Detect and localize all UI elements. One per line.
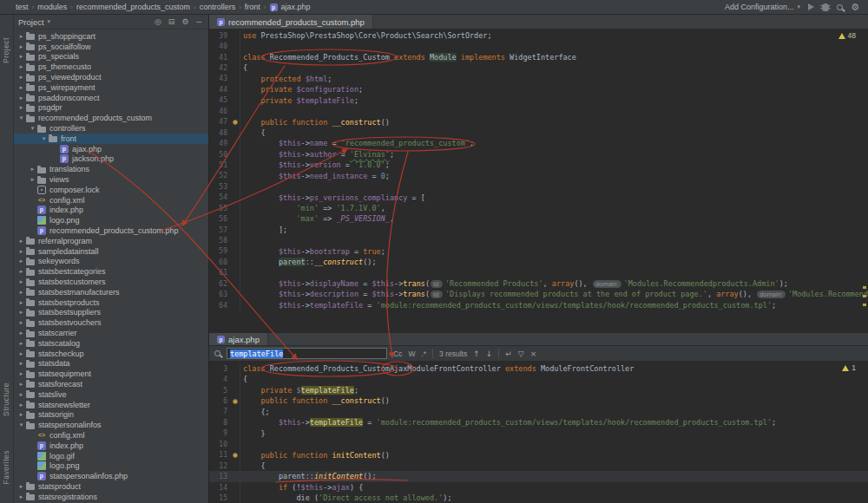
tree-item-statspersonalinfos.php[interactable]: statspersonalinfos.php	[14, 471, 208, 481]
chevron-collapsed-icon[interactable]: ▸	[17, 258, 25, 265]
tree-item-config.xml[interactable]: config.xml	[14, 195, 208, 206]
tree-item-config.xml[interactable]: config.xml	[14, 430, 208, 441]
breadcrumb-item-ajax.php[interactable]: ajax.php	[281, 3, 311, 11]
chevron-collapsed-icon[interactable]: ▸	[17, 402, 25, 408]
locate-file-icon[interactable]: ◎	[153, 17, 163, 26]
tree-item-statspersonalinfos[interactable]: ▾statspersonalinfos	[14, 420, 208, 430]
tree-item-index.php[interactable]: index.php	[14, 441, 208, 451]
tree-item-ajax.php[interactable]: ajax.php	[14, 144, 208, 154]
tab-ajax-php[interactable]: ajax.php	[209, 333, 268, 345]
chevron-collapsed-icon[interactable]: ▸	[17, 309, 25, 316]
next-occurrence-icon[interactable]: ↓	[486, 349, 493, 358]
code-line-40[interactable]: 40	[209, 41, 868, 51]
chevron-collapsed-icon[interactable]: ▸	[17, 238, 25, 245]
tree-item-front[interactable]: ▾front	[14, 134, 208, 144]
tree-item-controllers[interactable]: ▾controllers	[14, 123, 208, 134]
tree-item-statsnewsletter[interactable]: ▸statsnewsletter	[14, 400, 208, 410]
chevron-collapsed-icon[interactable]: ▸	[17, 370, 25, 377]
tree-item-statscarrier[interactable]: ▸statscarrier	[14, 328, 208, 338]
chevron-collapsed-icon[interactable]: ▸	[17, 360, 25, 367]
code-line-6[interactable]: 6 public function __construct()	[209, 395, 868, 406]
code-line-42[interactable]: 42{	[209, 62, 868, 73]
code-line-56[interactable]: 56 'max' => _PS_VERSION_,	[209, 213, 868, 224]
chevron-collapsed-icon[interactable]: ▸	[17, 483, 25, 490]
code-line-9[interactable]: 9 }	[209, 428, 868, 439]
tool-stripe-project[interactable]: Project	[2, 37, 10, 63]
tree-item-statslive[interactable]: ▸statslive	[14, 389, 208, 400]
code-line-12[interactable]: 12 {	[209, 461, 868, 471]
tree-item-ps_shoppingcart[interactable]: ▸ps_shoppingcart	[14, 31, 208, 42]
code-line-60[interactable]: 60 parent::__construct();	[209, 257, 868, 267]
code-line-50[interactable]: 50 $this->author = 'Elvinas';	[209, 149, 868, 160]
chevron-collapsed-icon[interactable]: ▸	[17, 53, 25, 60]
debug-icon[interactable]	[822, 3, 829, 11]
code-line-54[interactable]: 54 $this->ps_versions_compliancy = [	[209, 193, 868, 203]
breadcrumb-item-recommended_products_custom[interactable]: recommended_products_custom	[76, 3, 190, 11]
chevron-expanded-icon[interactable]: ▾	[17, 421, 25, 428]
tool-stripe-favorites[interactable]: Favorites	[2, 450, 10, 484]
tree-item-sampledatainstall[interactable]: ▸sampledatainstall	[14, 246, 208, 257]
settings-gear-icon[interactable]: ⚙	[851, 3, 859, 12]
tree-item-statsbestcategories[interactable]: ▸statsbestcategories	[14, 266, 208, 277]
previous-occurrence-icon[interactable]: ↑	[473, 349, 480, 358]
code-line-11[interactable]: 11 public function initContent()	[209, 450, 868, 461]
chevron-collapsed-icon[interactable]: ▸	[17, 74, 25, 81]
code-line-8[interactable]: 8 $this->templateFile = 'module:recommen…	[209, 417, 868, 428]
chevron-collapsed-icon[interactable]: ▸	[17, 340, 25, 347]
chevron-collapsed-icon[interactable]: ▸	[17, 381, 25, 388]
tree-item-statsorigin[interactable]: ▸statsorigin	[14, 409, 208, 420]
tree-item-jackson.php[interactable]: jackson.php	[14, 154, 208, 165]
code-line-61[interactable]: 61	[209, 268, 868, 278]
new-line-icon[interactable]: ↵	[505, 349, 512, 358]
tree-item-statsequipment[interactable]: ▸statsequipment	[14, 369, 208, 379]
code-line-64[interactable]: 64 $this->templateFile = 'module:recomme…	[209, 300, 868, 310]
code-line-63[interactable]: 63 $this->description = $this->trans(id:…	[209, 290, 868, 300]
tree-item-statsforecast[interactable]: ▸statsforecast	[14, 379, 208, 389]
inspection-badge[interactable]: 48	[838, 31, 856, 40]
bottom-editor[interactable]: 3class Recommended_Products_CustomAjaxMo…	[209, 362, 868, 503]
code-line-7[interactable]: 7 {;	[209, 407, 868, 417]
chevron-collapsed-icon[interactable]: ▸	[17, 411, 25, 418]
tree-item-sekeywords[interactable]: ▸sekeywords	[14, 257, 208, 267]
words-toggle[interactable]: W	[408, 349, 415, 358]
collapse-all-icon[interactable]: ⊟	[167, 17, 177, 26]
code-line-48[interactable]: 48 {	[209, 127, 868, 138]
code-line-51[interactable]: 51 $this->version = '1.0.0';	[209, 160, 868, 170]
tree-item-recommended_products_custom.php[interactable]: recommended_products_custom.php	[14, 225, 208, 236]
match-case-toggle[interactable]: Cc	[393, 349, 402, 358]
search-input[interactable]: templateFile	[227, 348, 387, 359]
tree-item-index.php[interactable]: index.php	[14, 206, 208, 216]
chevron-expanded-icon[interactable]: ▾	[40, 135, 48, 142]
code-line-53[interactable]: 53	[209, 181, 868, 192]
tree-item-views[interactable]: ▸views	[14, 174, 208, 185]
tree-item-statscatalog[interactable]: ▸statscatalog	[14, 338, 208, 349]
add-configuration-button[interactable]: Add Configuration... ▾	[725, 3, 800, 11]
hide-panel-icon[interactable]: −	[194, 17, 204, 26]
chevron-collapsed-icon[interactable]: ▸	[17, 104, 25, 111]
code-line-45[interactable]: 45 private $templateFile;	[209, 95, 868, 106]
tree-item-statsbestcustomers[interactable]: ▸statsbestcustomers	[14, 277, 208, 287]
chevron-collapsed-icon[interactable]: ▸	[29, 166, 36, 173]
chevron-expanded-icon[interactable]: ▾	[29, 125, 36, 132]
code-line-49[interactable]: 49 $this->name = 'recommended_products_c…	[209, 138, 868, 148]
tree-item-ps_themecusto[interactable]: ▸ps_themecusto	[14, 62, 208, 72]
chevron-collapsed-icon[interactable]: ▸	[17, 350, 25, 357]
tree-item-ps_socialfollow[interactable]: ▸ps_socialfollow	[14, 42, 208, 52]
chevron-collapsed-icon[interactable]: ▸	[17, 95, 25, 101]
tree-item-recommended_products_custom[interactable]: ▾recommended_products_custom	[14, 113, 208, 123]
chevron-down-icon[interactable]: ▾	[48, 18, 51, 25]
run-icon[interactable]	[808, 3, 814, 10]
tree-item-translations[interactable]: ▸translations	[14, 164, 208, 174]
chevron-collapsed-icon[interactable]: ▸	[17, 33, 25, 40]
close-search-icon[interactable]: ×	[530, 349, 537, 358]
tool-stripe-structure[interactable]: Structure	[2, 382, 10, 416]
chevron-collapsed-icon[interactable]: ▸	[17, 248, 25, 255]
chevron-collapsed-icon[interactable]: ▸	[17, 319, 25, 326]
code-line-10[interactable]: 10	[209, 439, 868, 449]
code-line-46[interactable]: 46	[209, 106, 868, 116]
tree-item-ps_wirepayment[interactable]: ▸ps_wirepayment	[14, 82, 208, 93]
breadcrumb-item-modules[interactable]: modules	[37, 3, 67, 11]
chevron-expanded-icon[interactable]: ▾	[17, 114, 25, 121]
chevron-collapsed-icon[interactable]: ▸	[17, 43, 25, 50]
tree-item-statsbestmanufacturers[interactable]: ▸statsbestmanufacturers	[14, 287, 208, 297]
